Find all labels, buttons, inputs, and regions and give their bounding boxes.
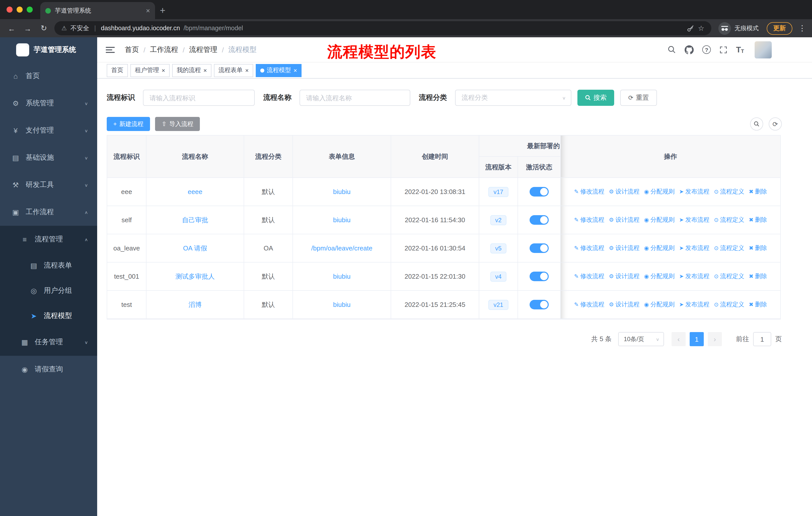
- sidebar-item-system-management[interactable]: ⚙系统管理∨: [0, 90, 97, 117]
- sidebar-item-leave-query[interactable]: ◉请假查询: [0, 356, 97, 383]
- action-design-flow-link[interactable]: ⚙设计流程: [609, 300, 640, 309]
- help-icon[interactable]: ?: [702, 45, 711, 54]
- action-delete-link[interactable]: ✖删除: [749, 244, 767, 252]
- active-toggle[interactable]: [529, 300, 549, 309]
- action-edit-flow-link[interactable]: ✎修改流程: [574, 300, 604, 309]
- sidebar-toggle-button[interactable]: [106, 45, 116, 54]
- password-key-icon[interactable]: [687, 24, 694, 32]
- toggle-search-button[interactable]: [750, 117, 763, 131]
- bookmark-star-icon[interactable]: ☆: [698, 24, 704, 32]
- action-assign-rule-link[interactable]: ◉分配规则: [644, 244, 674, 252]
- process-name-link[interactable]: 测试多审批人: [175, 272, 215, 281]
- font-size-icon[interactable]: TT: [736, 46, 744, 54]
- action-design-flow-link[interactable]: ⚙设计流程: [609, 244, 640, 252]
- action-assign-rule-link[interactable]: ◉分配规则: [644, 187, 674, 196]
- tab-close-icon[interactable]: ×: [146, 6, 150, 15]
- action-delete-link[interactable]: ✖删除: [749, 216, 767, 224]
- browser-tab[interactable]: 芋道管理系统 ×: [40, 2, 155, 19]
- action-flow-definition-link[interactable]: ⊙流程定义: [714, 216, 744, 224]
- maximize-window-button[interactable]: [27, 6, 33, 12]
- reset-button[interactable]: ⟳ 重置: [620, 90, 657, 106]
- action-edit-flow-link[interactable]: ✎修改流程: [574, 216, 604, 224]
- breadcrumb-item[interactable]: 工作流程: [150, 45, 178, 54]
- form-info-link[interactable]: biubiu: [333, 188, 350, 195]
- fullscreen-icon[interactable]: [719, 46, 727, 54]
- tag-close-icon[interactable]: ×: [162, 67, 165, 73]
- back-icon[interactable]: ←: [6, 24, 17, 32]
- browser-update-button[interactable]: 更新: [767, 22, 792, 34]
- new-tab-button[interactable]: +: [155, 2, 170, 19]
- tag-item[interactable]: 租户管理×: [130, 64, 170, 77]
- sidebar-item-infrastructure[interactable]: ▤基础设施∨: [0, 144, 97, 171]
- action-assign-rule-link[interactable]: ◉分配规则: [644, 216, 674, 224]
- close-window-button[interactable]: [6, 6, 12, 12]
- form-info-link[interactable]: biubiu: [333, 273, 350, 280]
- address-bar[interactable]: ⚠ 不安全 | dashboard.yudao.iocoder.cn/bpm/m…: [54, 21, 711, 35]
- action-delete-link[interactable]: ✖删除: [749, 187, 767, 196]
- sidebar-item-process-form[interactable]: ▤流程表单: [0, 253, 97, 278]
- action-delete-link[interactable]: ✖删除: [749, 272, 767, 281]
- forward-icon[interactable]: →: [22, 24, 33, 32]
- action-edit-flow-link[interactable]: ✎修改流程: [574, 187, 604, 196]
- action-edit-flow-link[interactable]: ✎修改流程: [574, 272, 604, 281]
- breadcrumb-item[interactable]: 首页: [125, 45, 139, 54]
- github-icon[interactable]: [685, 45, 694, 54]
- tag-item[interactable]: 首页: [107, 64, 128, 77]
- user-avatar[interactable]: [755, 41, 772, 58]
- form-info-link[interactable]: /bpm/oa/leave/create: [311, 244, 373, 252]
- action-publish-flow-link[interactable]: ➤发布流程: [679, 300, 709, 309]
- process-name-link[interactable]: 自己审批: [182, 215, 208, 224]
- action-flow-definition-link[interactable]: ⊙流程定义: [714, 300, 744, 309]
- tag-item[interactable]: 我的流程×: [172, 64, 211, 77]
- tag-item[interactable]: 流程模型×: [256, 64, 301, 77]
- form-info-link[interactable]: biubiu: [333, 301, 350, 308]
- action-flow-definition-link[interactable]: ⊙流程定义: [714, 272, 744, 281]
- sidebar-item-home[interactable]: ⌂首页: [0, 62, 97, 90]
- sidebar-item-task-management[interactable]: ▦任务管理∨: [0, 329, 97, 356]
- search-icon[interactable]: [668, 45, 676, 54]
- action-assign-rule-link[interactable]: ◉分配规则: [644, 300, 674, 309]
- reload-icon[interactable]: ↻: [38, 24, 49, 33]
- sidebar-item-dev-tools[interactable]: ⚒研发工具∨: [0, 171, 97, 198]
- breadcrumb-item[interactable]: 流程管理: [189, 45, 218, 54]
- process-name-input[interactable]: [299, 90, 410, 106]
- sidebar-item-payment-management[interactable]: ¥支付管理∨: [0, 117, 97, 144]
- tag-close-icon[interactable]: ×: [293, 67, 297, 73]
- form-info-link[interactable]: biubiu: [333, 216, 350, 224]
- active-toggle[interactable]: [529, 215, 549, 225]
- action-publish-flow-link[interactable]: ➤发布流程: [679, 244, 709, 252]
- page-1-button[interactable]: 1: [690, 332, 704, 346]
- action-publish-flow-link[interactable]: ➤发布流程: [679, 216, 709, 224]
- action-design-flow-link[interactable]: ⚙设计流程: [609, 216, 640, 224]
- action-edit-flow-link[interactable]: ✎修改流程: [574, 244, 604, 252]
- action-publish-flow-link[interactable]: ➤发布流程: [679, 272, 709, 281]
- create-process-button[interactable]: + 新建流程: [107, 117, 150, 131]
- process-name-link[interactable]: OA 请假: [183, 244, 207, 253]
- sidebar-item-user-group[interactable]: ◎用户分组: [0, 278, 97, 303]
- refresh-table-button[interactable]: ⟳: [769, 117, 782, 131]
- sidebar-item-workflow[interactable]: ▣工作流程∧: [0, 198, 97, 226]
- action-publish-flow-link[interactable]: ➤发布流程: [679, 187, 709, 196]
- security-label[interactable]: 不安全: [70, 24, 89, 32]
- tag-item[interactable]: 流程表单×: [214, 64, 253, 77]
- page-size-select[interactable]: 10条/页 ∨: [618, 332, 664, 346]
- active-toggle[interactable]: [529, 272, 549, 281]
- tag-close-icon[interactable]: ×: [245, 67, 249, 73]
- category-select[interactable]: 流程分类 ∨: [455, 90, 571, 106]
- action-design-flow-link[interactable]: ⚙设计流程: [609, 187, 640, 196]
- prev-page-button[interactable]: ‹: [671, 332, 686, 346]
- sidebar-item-process-model[interactable]: ➤流程模型: [0, 303, 97, 329]
- action-design-flow-link[interactable]: ⚙设计流程: [609, 272, 640, 281]
- process-name-link[interactable]: 滔博: [188, 300, 202, 309]
- sidebar-item-process-management[interactable]: ≡流程管理∧: [0, 226, 97, 253]
- process-name-link[interactable]: eeee: [188, 188, 202, 195]
- import-process-button[interactable]: ⇧ 导入流程: [155, 117, 200, 131]
- action-assign-rule-link[interactable]: ◉分配规则: [644, 272, 674, 281]
- active-toggle[interactable]: [529, 187, 549, 196]
- action-delete-link[interactable]: ✖删除: [749, 300, 767, 309]
- action-flow-definition-link[interactable]: ⊙流程定义: [714, 244, 744, 252]
- search-button[interactable]: 搜索: [577, 90, 614, 106]
- tag-close-icon[interactable]: ×: [203, 67, 207, 73]
- active-toggle[interactable]: [529, 243, 549, 253]
- next-page-button[interactable]: ›: [708, 332, 722, 346]
